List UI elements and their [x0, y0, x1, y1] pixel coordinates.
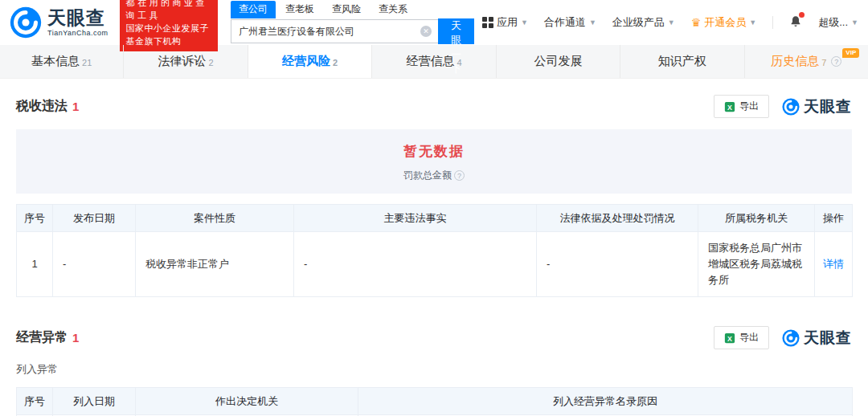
watermark-text: 天眼查: [804, 96, 852, 117]
company-section-tabs: 基本信息 21 法律诉讼 2 经营风险 2 经营信息 4 公司发展 知识产权 V…: [0, 45, 868, 79]
tab-label: 公司发展: [534, 54, 582, 69]
col-header-legal-basis: 法律依据及处理处罚情况: [537, 205, 698, 232]
listed-abnormal-label: 列入异常: [16, 362, 852, 377]
col-header-no: 序号: [17, 205, 53, 232]
chevron-down-icon: ▼: [521, 18, 528, 27]
tab-count: 7: [821, 58, 826, 67]
tab-count: 21: [82, 58, 92, 67]
tianyancha-logo-icon: [10, 6, 42, 39]
nav-apps-label: 应用: [497, 15, 518, 30]
no-data-text: 暂无数据: [16, 142, 852, 161]
nav-cooperation-label: 合作通道: [544, 15, 586, 30]
tab-business-risk[interactable]: 经营风险 2: [248, 45, 372, 78]
section-count-tax: 1: [72, 100, 79, 113]
question-circle-icon[interactable]: ?: [454, 170, 465, 181]
nav-membership-label: 开通会员: [704, 15, 746, 30]
col-header-decision-authority: 作出决定机关: [136, 388, 358, 415]
grid-icon: [482, 17, 493, 28]
col-header-no: 序号: [17, 388, 53, 415]
fine-total-label: 罚款总金额: [403, 169, 452, 182]
tab-basic-info[interactable]: 基本信息 21: [0, 45, 124, 78]
cell-violation-facts: -: [294, 232, 537, 297]
tax-violation-table: 序号 发布日期 案件性质 主要违法事实 法律依据及处理处罚情况 所属税务机关 操…: [16, 204, 853, 297]
svg-text:X: X: [727, 334, 732, 342]
tab-count: 2: [333, 58, 338, 67]
abnormal-operation-section-header: 经营异常 1 X 导出 天眼查: [16, 326, 852, 349]
nav-apps[interactable]: 应用 ▼: [482, 15, 528, 30]
tab-history-info[interactable]: VIP 历史信息 7 ?: [745, 45, 868, 78]
chevron-down-icon: ▼: [668, 18, 675, 27]
cell-tax-authority: 国家税务总局广州市增城区税务局荔城税务所: [698, 232, 815, 297]
tianyancha-logo-icon: [782, 98, 800, 116]
tab-label: 经营信息: [406, 54, 454, 69]
section-title-tax: 税收违法: [16, 98, 68, 115]
tab-business-info[interactable]: 经营信息 4: [372, 45, 496, 78]
table-header-row: 序号 发布日期 案件性质 主要违法事实 法律依据及处理处罚情况 所属税务机关 操…: [17, 205, 853, 232]
tab-label: 法律诉讼: [158, 54, 207, 69]
search-tab-risk[interactable]: 查风险: [324, 1, 369, 18]
chevron-down-icon: ▼: [851, 18, 858, 27]
cell-legal-basis: -: [537, 232, 698, 297]
search-tab-relation[interactable]: 查关系: [371, 1, 416, 18]
top-nav: 应用 ▼ 合作通道 ▼ 企业级产品 ▼ ♛ 开通会员 ▼ 超级... ▼: [482, 14, 858, 31]
col-header-listed-date: 列入日期: [53, 388, 136, 415]
export-button-tax[interactable]: X 导出: [714, 95, 769, 118]
section-count-abnormal: 1: [72, 331, 79, 345]
notification-bell-icon[interactable]: [789, 14, 802, 31]
detail-link[interactable]: 详情: [815, 232, 853, 297]
col-header-action: 操作: [815, 205, 853, 232]
section-title-abnormal: 经营异常: [16, 329, 68, 346]
question-circle-icon[interactable]: ?: [831, 56, 841, 67]
vip-badge: VIP: [842, 48, 859, 58]
table-row: 1 - 税收异常非正常户 - - 国家税务总局广州市增城区税务局荔城税务所 详情: [17, 232, 853, 297]
nav-account[interactable]: 超级... ▼: [818, 15, 858, 30]
search-tab-boss[interactable]: 查老板: [277, 1, 322, 18]
chevron-down-icon: ▼: [749, 18, 756, 27]
account-label: 超级...: [818, 15, 848, 30]
main-content: 税收违法 1 X 导出 天眼查 暂无数据 罚款总金额: [0, 95, 868, 416]
search-block: 查公司 查老板 查风险 查关系 ✕ 天眼一下: [231, 1, 474, 44]
search-tab-company[interactable]: 查公司: [231, 1, 276, 18]
logo-subtitle: TianYanCha.com: [47, 29, 108, 37]
notification-dot: [799, 12, 805, 18]
search-input[interactable]: [231, 19, 438, 43]
chevron-down-icon: ▼: [589, 18, 596, 27]
no-data-banner: 暂无数据 罚款总金额 ?: [16, 129, 852, 194]
tab-label: 知识产权: [658, 54, 706, 69]
tab-intellectual-property[interactable]: 知识产权: [620, 45, 744, 78]
svg-text:X: X: [727, 103, 732, 111]
nav-cooperation[interactable]: 合作通道 ▼: [544, 15, 596, 30]
cell-no: 1: [17, 232, 53, 297]
search-button[interactable]: 天眼一下: [438, 18, 474, 44]
tianyancha-logo[interactable]: 天眼查 TianYanCha.com: [10, 6, 108, 39]
search-tabs: 查公司 查老板 查风险 查关系: [231, 1, 474, 18]
excel-icon: X: [724, 101, 735, 112]
tax-violation-section-header: 税收违法 1 X 导出 天眼查: [16, 95, 852, 118]
excel-icon: X: [724, 332, 735, 344]
tianyancha-watermark: 天眼查: [782, 328, 852, 349]
top-header: 天眼查 TianYanCha.com 都在用的商业查询工具 国家中小企业发展子基…: [0, 0, 868, 45]
clear-search-icon[interactable]: ✕: [420, 26, 432, 37]
col-header-violation-facts: 主要违法事实: [294, 205, 537, 232]
watermark-text: 天眼查: [804, 328, 852, 349]
nav-enterprise-label: 企业级产品: [612, 15, 665, 30]
tab-count: 4: [457, 58, 461, 67]
tab-label: 经营风险: [282, 54, 330, 69]
promo-banner: 都在用的商业查询工具 国家中小企业发展子基金旗下机构: [120, 0, 218, 51]
cell-case-nature: 税收异常非正常户: [136, 232, 294, 297]
tab-company-development[interactable]: 公司发展: [497, 45, 620, 78]
col-header-publish-date: 发布日期: [53, 205, 136, 232]
cell-publish-date: -: [53, 232, 136, 297]
export-button-abnormal[interactable]: X 导出: [714, 326, 769, 349]
divider: [772, 16, 773, 29]
tianyancha-watermark: 天眼查: [782, 96, 852, 117]
tab-legal-litigation[interactable]: 法律诉讼 2: [124, 45, 248, 78]
table-header-row: 序号 列入日期 作出决定机关 列入经营异常名录原因: [17, 388, 853, 415]
nav-enterprise-products[interactable]: 企业级产品 ▼: [612, 15, 675, 30]
nav-open-membership[interactable]: ♛ 开通会员 ▼: [691, 15, 756, 30]
tab-count: 2: [209, 58, 214, 67]
col-header-tax-authority: 所属税务机关: [698, 205, 815, 232]
tab-label: 历史信息: [771, 54, 819, 69]
col-header-case-nature: 案件性质: [136, 205, 294, 232]
tab-label: 基本信息: [31, 54, 80, 69]
